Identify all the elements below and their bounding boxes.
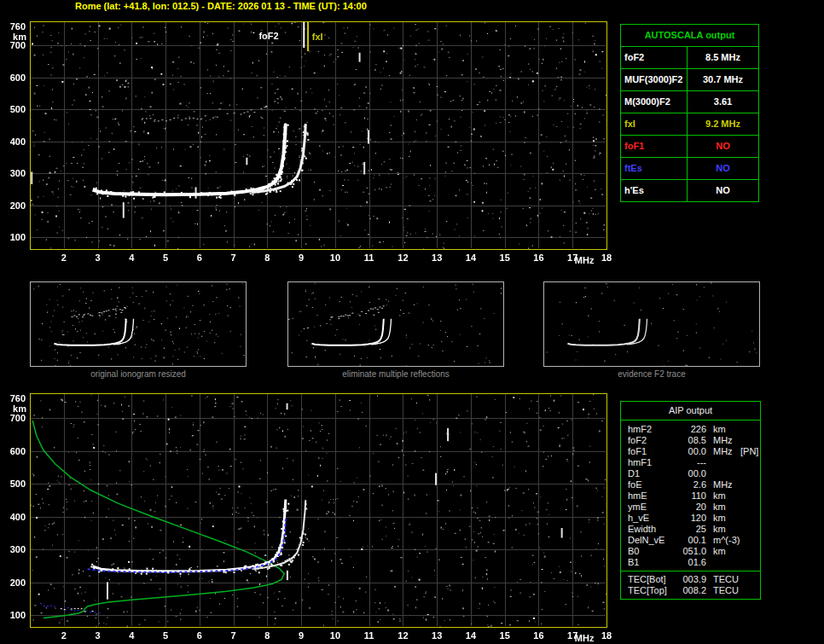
- aip-name: hmE: [628, 490, 674, 502]
- thumbnail-caption-eliminate: eliminate multiple reflections: [287, 369, 504, 379]
- aip-output-table: AIP output hmF2226kmfoF208.5MHzfoF100.0M…: [620, 401, 761, 600]
- aip-val: 008.2: [674, 585, 706, 596]
- aip-unit: TECU: [706, 585, 737, 596]
- autoscala-output-table: AUTOSCALA output foF28.5 MHzMUF(3000)F23…: [620, 24, 759, 202]
- aip-name: TEC[Bot]: [628, 574, 674, 585]
- aip-unit: km: [706, 513, 737, 524]
- aip-name: foF2: [628, 435, 674, 446]
- autoscala-param-value: NO: [688, 180, 758, 201]
- autoscala-table-rows: foF28.5 MHzMUF(3000)F230.7 MHzM(3000)F23…: [621, 47, 758, 201]
- aip-val: 25: [674, 524, 706, 535]
- aip-row-foF1: foF100.0MHz[PN]: [621, 446, 760, 457]
- aip-val: 003.9: [674, 574, 706, 585]
- aip-row-Ewidth: Ewidth25km: [621, 524, 760, 535]
- aip-val: 110: [674, 490, 706, 502]
- aip-name: Ewidth: [628, 524, 674, 535]
- autoscala-param-label: foF2: [621, 47, 688, 68]
- aip-val: 051.0: [674, 546, 706, 557]
- aip-val: 00.0: [674, 468, 706, 479]
- aip-extra: [737, 479, 760, 490]
- aip-name: DelN_vE: [628, 535, 674, 546]
- aip-val: ---: [674, 457, 706, 468]
- aip-extra: [737, 546, 760, 557]
- aip-unit: km: [706, 424, 737, 435]
- ionogram-top-canvas: [5, 19, 628, 268]
- aip-name: hmF1: [628, 457, 674, 468]
- thumbnail-caption-original: original ionogram resized: [30, 369, 247, 379]
- aip-extra: [737, 502, 760, 513]
- aip-val: 120: [674, 513, 706, 524]
- autoscala-window: Rome (lat: +41.8, lon: 012.5) - DATE: 20…: [0, 0, 824, 644]
- autoscala-param-value: NO: [688, 136, 758, 157]
- autoscala-row-MUF(3000)F2: MUF(3000)F230.7 MHz: [621, 69, 758, 91]
- aip-unit: MHz: [706, 446, 737, 457]
- aip-unit: TECU: [706, 574, 737, 585]
- aip-unit: [706, 457, 737, 468]
- aip-name: foE: [628, 479, 674, 490]
- autoscala-param-label: MUF(3000)F2: [621, 69, 688, 90]
- autoscala-param-value: NO: [688, 158, 758, 179]
- aip-unit: MHz: [706, 479, 737, 490]
- autoscala-row-fxI: fxI9.2 MHz: [621, 113, 758, 136]
- aip-row-hmF2: hmF2226km: [621, 424, 760, 435]
- thumbnail-evidence-f2-trace: [543, 281, 760, 367]
- aip-extra: [PN]: [737, 446, 760, 457]
- aip-extra: [737, 574, 760, 585]
- autoscala-param-label: M(3000)F2: [621, 91, 688, 113]
- autoscala-param-value: 8.5 MHz: [688, 47, 758, 68]
- aip-extra: [737, 585, 760, 596]
- aip-val: 00.1: [674, 535, 706, 546]
- aip-name: D1: [628, 468, 674, 479]
- aip-unit: km: [706, 502, 737, 513]
- aip-val: 2.6: [674, 479, 706, 490]
- aip-name: B1: [628, 557, 674, 568]
- aip-name: foF1: [628, 446, 674, 457]
- aip-row-D1: D100.0: [621, 468, 760, 479]
- aip-extra: [737, 557, 760, 568]
- thumbnail-original-ionogram: [30, 281, 247, 367]
- autoscala-param-label: fxI: [621, 113, 688, 135]
- ionogram-bottom-canvas: [5, 391, 628, 644]
- aip-row-DelN_vE: DelN_vE00.1m^(-3): [621, 535, 760, 546]
- aip-row-TEC[Bot]: TEC[Bot]003.9TECU: [621, 574, 760, 585]
- autoscala-row-ftEs: ftEsNO: [621, 158, 758, 180]
- aip-name: ymE: [628, 502, 674, 513]
- aip-val: 20: [674, 502, 706, 513]
- autoscala-row-foF2: foF28.5 MHz: [621, 47, 758, 69]
- aip-extra: [737, 513, 760, 524]
- aip-name: hmF2: [628, 424, 674, 435]
- aip-extra: [737, 490, 760, 502]
- autoscala-row-h'Es: h'EsNO: [621, 180, 758, 201]
- aip-name: TEC[Top]: [628, 585, 674, 596]
- aip-val: 226: [674, 424, 706, 435]
- aip-row-foF2: foF208.5MHz: [621, 435, 760, 446]
- aip-extra: [737, 424, 760, 435]
- aip-name: h_vE: [628, 513, 674, 524]
- aip-row-TEC[Top]: TEC[Top]008.2TECU: [621, 585, 760, 596]
- aip-val: 08.5: [674, 435, 706, 446]
- autoscala-param-value: 9.2 MHz: [688, 113, 758, 135]
- aip-unit: km: [706, 546, 737, 557]
- aip-unit: km: [706, 524, 737, 535]
- aip-row-foE: foE2.6MHz: [621, 479, 760, 490]
- aip-row-B0: B0051.0km: [621, 546, 760, 557]
- aip-tec-rows: TEC[Bot]003.9TECUTEC[Top]008.2TECU: [621, 571, 760, 599]
- aip-name: B0: [628, 546, 674, 557]
- autoscala-row-M(3000)F2: M(3000)F23.61: [621, 91, 758, 113]
- aip-val: 00.0: [674, 446, 706, 457]
- thumbnail-caption-evidence: evidence F2 trace: [543, 369, 760, 379]
- aip-extra: [737, 524, 760, 535]
- autoscala-table-title: AUTOSCALA output: [621, 25, 758, 47]
- aip-row-h_vE: h_vE120km: [621, 513, 760, 524]
- autoscala-param-value: 3.61: [688, 91, 758, 113]
- aip-row-ymE: ymE20km: [621, 502, 760, 513]
- aip-extra: [737, 535, 760, 546]
- aip-unit: [706, 557, 737, 568]
- autoscala-param-label: h'Es: [621, 180, 688, 201]
- autoscala-row-foF1: foF1NO: [621, 136, 758, 158]
- aip-extra: [737, 468, 760, 479]
- aip-row-hmE: hmE110km: [621, 490, 760, 502]
- autoscala-param-label: ftEs: [621, 158, 688, 179]
- aip-unit: m^(-3): [706, 535, 737, 546]
- aip-table-title: AIP output: [621, 402, 760, 421]
